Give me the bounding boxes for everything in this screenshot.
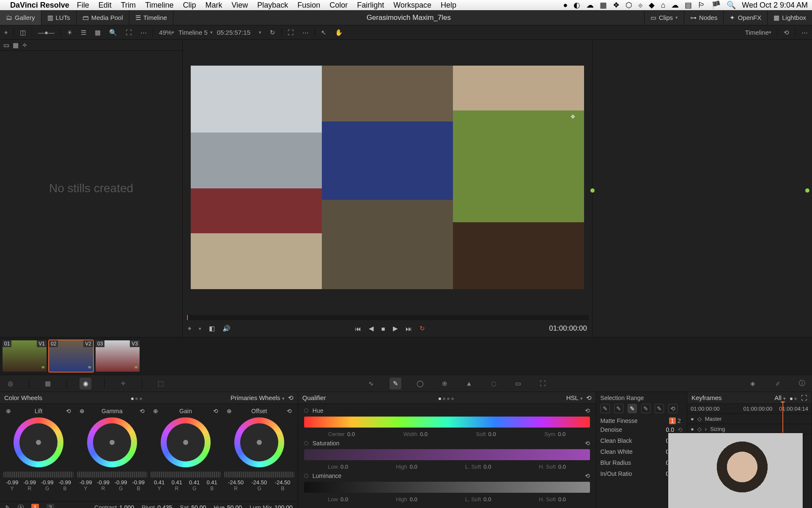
highlight-icon[interactable]: ☀	[63, 25, 77, 39]
menu-timeline[interactable]: Timeline	[145, 1, 173, 10]
options-icon[interactable]: ⋯	[797, 25, 812, 39]
qual-param[interactable]: H. Soft0.0	[539, 496, 566, 502]
wheel-value[interactable]: -24.50	[228, 479, 244, 486]
reset-icon[interactable]: ⟲	[585, 472, 590, 479]
picker-icon[interactable]: ✎	[628, 404, 637, 413]
status-icon[interactable]: ▤	[685, 0, 692, 10]
wheel-knob[interactable]	[36, 440, 41, 445]
menu-view[interactable]: View	[232, 1, 248, 10]
lightbox-toggle[interactable]: ▦Lightbox	[767, 10, 812, 25]
qual-param[interactable]: High0.0	[396, 464, 417, 470]
grid-view-icon[interactable]: ▦	[91, 25, 105, 39]
status-icon[interactable]: ◐	[573, 0, 580, 10]
clip-thumb[interactable]: 02 V2 ⚭	[49, 340, 93, 372]
wheel-picker-icon[interactable]: ⊕	[80, 408, 85, 414]
openfx-toggle[interactable]: ✦OpenFX	[723, 10, 767, 25]
wheel-value[interactable]: 0.41	[189, 479, 200, 486]
status-icon[interactable]: ⬡	[625, 0, 632, 10]
loop-icon[interactable]: ↻	[420, 325, 425, 332]
color-wheels-icon[interactable]: ◉	[80, 378, 91, 389]
zoom-level[interactable]: 49% ▾	[155, 25, 178, 39]
app-menu[interactable]: DaVinci Resolve	[10, 1, 69, 10]
qual-param[interactable]: High0.0	[396, 496, 417, 502]
nodes-panel[interactable]	[592, 40, 812, 337]
page-dots[interactable]	[130, 394, 143, 401]
reset-icon[interactable]: ⟲	[678, 426, 683, 433]
menu-file[interactable]: File	[77, 1, 89, 10]
magic-icon[interactable]: ✧	[22, 41, 27, 49]
color-match-icon[interactable]: ▦	[42, 378, 54, 389]
mediapool-toggle[interactable]: 🗃Media Pool	[77, 10, 129, 25]
picker-tool-icon[interactable]: ⌖	[0, 25, 12, 39]
master-wheel-strip[interactable]	[3, 472, 74, 478]
kf-enable-icon[interactable]: ●	[691, 426, 694, 432]
curves-icon[interactable]: ∿	[365, 378, 377, 389]
qual-param[interactable]: Low0.0	[328, 496, 348, 502]
still-view-icon[interactable]: ▭	[3, 41, 9, 49]
master-wheel-strip[interactable]	[224, 472, 294, 478]
color-wheel[interactable]	[87, 417, 137, 467]
picker-sub-icon[interactable]: ✎	[614, 404, 623, 413]
picker-soft-add-icon[interactable]: ✎	[641, 404, 650, 413]
menu-workspace[interactable]: Workspace	[393, 1, 431, 10]
mf-page-1[interactable]: 1	[669, 417, 676, 424]
reset-icon[interactable]: ⟲	[287, 408, 292, 414]
kf-expand-icon[interactable]: ›	[705, 426, 707, 432]
viewer-scrubber[interactable]	[186, 315, 589, 320]
wheel-value[interactable]: -24.50	[251, 479, 267, 486]
status-icon[interactable]: ⟐	[638, 1, 643, 10]
qual-param[interactable]: H. Soft0.0	[539, 464, 566, 470]
flag-icon[interactable]: 🏳	[698, 1, 705, 10]
pointer-tool-icon[interactable]: ↖	[317, 25, 331, 39]
master-wheel-strip[interactable]	[77, 472, 147, 478]
stop-icon[interactable]: ■	[381, 325, 385, 332]
status-icon[interactable]: ☁	[671, 0, 679, 10]
qual-param[interactable]: L. Soft0.0	[465, 496, 491, 502]
menu-edit[interactable]: Edit	[99, 1, 112, 10]
blur-icon[interactable]: ◌	[488, 378, 499, 389]
hand-tool-icon[interactable]: ✋	[331, 25, 347, 39]
timeline-toggle[interactable]: ☰Timeline	[129, 10, 173, 25]
reset-icon[interactable]: ⟲	[66, 408, 71, 414]
reset-icon[interactable]: ⟲	[585, 440, 590, 447]
qual-param[interactable]: Width0.0	[403, 431, 428, 437]
wheel-value[interactable]: -0.99	[6, 479, 19, 486]
status-icon[interactable]: ⌂	[661, 1, 665, 10]
status-icon[interactable]: ❖	[613, 0, 620, 10]
rgb-mixer-icon[interactable]: ✧	[117, 378, 129, 389]
wheel-value[interactable]: -0.99	[115, 479, 127, 486]
menu-mark[interactable]: Mark	[206, 1, 222, 10]
nodes-toggle[interactable]: ⊶Nodes	[684, 10, 723, 25]
viewer-canvas[interactable]: ⌖	[183, 40, 592, 315]
menubar-clock[interactable]: Wed Oct 2 9:04 AM	[742, 1, 808, 10]
invert-icon[interactable]: ⟲	[668, 404, 678, 413]
toggle-lum[interactable]	[304, 474, 308, 478]
picker-soft-sub-icon[interactable]: ✎	[655, 404, 664, 413]
master-wheel-strip[interactable]	[151, 472, 221, 478]
mf-page-2[interactable]: 2	[676, 417, 683, 424]
kf-diamond-icon[interactable]: ◇	[697, 426, 702, 432]
kf-diamond-icon[interactable]: ◇	[697, 416, 702, 422]
wheel-value[interactable]: 0.41	[154, 479, 165, 486]
step-back-icon[interactable]: ◀	[369, 325, 374, 332]
sizing-icon[interactable]: ⛶	[537, 378, 549, 389]
camera-raw-icon[interactable]: ◎	[4, 378, 16, 389]
wheel-value[interactable]: 0.41	[171, 479, 182, 486]
wheel-value[interactable]: -0.99	[41, 479, 54, 486]
tc-menu[interactable]: ▾	[255, 25, 266, 39]
wheel-knob[interactable]	[110, 440, 115, 445]
status-icon[interactable]: ☁	[586, 0, 594, 10]
clip-thumb[interactable]: 03 V3 ⚭	[96, 340, 140, 372]
picker-icon[interactable]: ⌖	[188, 325, 191, 332]
menu-color[interactable]: Color	[329, 1, 348, 10]
split-tool-icon[interactable]: ◫	[16, 25, 30, 39]
still-grid-icon[interactable]: ▦	[13, 41, 19, 49]
page-dots[interactable]	[789, 394, 798, 401]
color-wheel[interactable]	[14, 417, 63, 467]
wipe-icon[interactable]: ◧	[209, 325, 215, 332]
qual-param[interactable]: L. Soft0.0	[465, 464, 491, 470]
wheel-value[interactable]: -0.99	[97, 479, 110, 486]
spotlight-icon[interactable]: 🔍	[727, 0, 736, 10]
qual-param[interactable]: Low0.0	[328, 464, 348, 470]
wheel-value[interactable]: 0.41	[206, 479, 217, 486]
